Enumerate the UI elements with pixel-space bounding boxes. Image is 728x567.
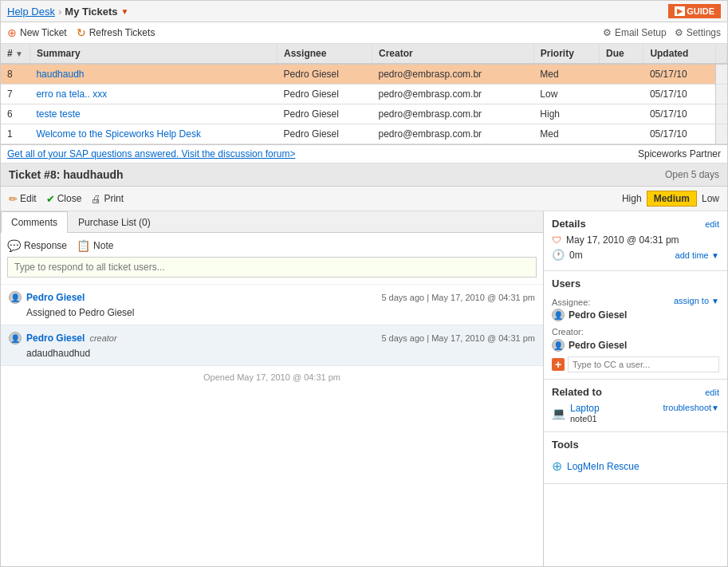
summary-link[interactable]: Welcome to the Spiceworks Help Desk xyxy=(36,128,201,140)
priority-high-button[interactable]: High xyxy=(622,193,642,204)
tools-section-header: Tools xyxy=(552,439,719,451)
comment-body: Assigned to Pedro Giesel xyxy=(26,307,535,318)
edit-button[interactable]: ✏ Edit xyxy=(9,193,37,205)
col-updated[interactable]: Updated xyxy=(643,44,716,64)
summary-link[interactable]: haudhaudh xyxy=(36,69,84,80)
guide-button[interactable]: ▶ GUIDE xyxy=(668,4,721,18)
comment-author-role: creator xyxy=(89,333,116,343)
comment-body: adaudhaudhud xyxy=(26,348,535,359)
comment-author: 👤 Pedro Giesel xyxy=(9,291,85,304)
assign-to-button[interactable]: assign to ▼ xyxy=(674,296,719,305)
new-ticket-label: New Ticket xyxy=(20,27,67,38)
list-item: 👤 Pedro Giesel 5 days ago | May 17, 2010… xyxy=(1,285,543,325)
table-row[interactable]: 8 haudhaudh Pedro Giesel pedro@embrasp.c… xyxy=(1,64,727,85)
creator-label: Creator: xyxy=(552,327,584,337)
col-number[interactable]: # ▼ xyxy=(1,44,30,64)
cell-due xyxy=(600,85,643,104)
troubleshoot-button[interactable]: troubleshoot ▼ xyxy=(663,403,719,412)
breadcrumb: Help Desk › My Tickets ▼ xyxy=(7,6,128,18)
shield-icon: 🛡 xyxy=(552,234,561,246)
priority-medium-button[interactable]: Medium xyxy=(647,191,697,207)
action-buttons: ✏ Edit ✔ Close 🖨 Print xyxy=(9,193,124,205)
assign-dropdown-icon: ▼ xyxy=(711,297,719,305)
col-due[interactable]: Due xyxy=(600,44,643,64)
clock-icon: 🕐 xyxy=(552,249,565,261)
cell-scroll xyxy=(716,104,727,124)
new-ticket-button[interactable]: ⊕ New Ticket xyxy=(7,26,67,39)
breadcrumb-separator: › xyxy=(58,6,61,18)
settings-button[interactable]: ⚙ Settings xyxy=(675,27,721,38)
ticket-table: # ▼ Summary Assignee Creator Priority Du… xyxy=(1,44,727,144)
comment-author-name[interactable]: Pedro Giesel xyxy=(26,333,85,344)
close-ticket-button[interactable]: ✔ Close xyxy=(46,193,82,205)
cell-summary: haudhaudh xyxy=(30,64,277,85)
cc-user-input[interactable] xyxy=(568,356,719,372)
ad-banner-link[interactable]: Get all of your SAP questions answered. … xyxy=(7,148,295,159)
table-row[interactable]: 6 teste teste Pedro Giesel pedro@embrasp… xyxy=(1,104,727,124)
list-item: 👤 Pedro Giesel creator 5 days ago | May … xyxy=(1,325,543,366)
response-icon: 💬 xyxy=(7,239,21,252)
toolbar-right: ⚙ Email Setup ⚙ Settings xyxy=(603,27,721,38)
cell-updated: 05/17/10 xyxy=(643,64,716,85)
print-icon: 🖨 xyxy=(91,193,101,205)
col-creator[interactable]: Creator xyxy=(372,44,534,64)
refresh-tickets-label: Refresh Tickets xyxy=(89,27,155,38)
breadcrumb-dropdown-icon[interactable]: ▼ xyxy=(121,7,129,16)
cell-assignee: Pedro Giesel xyxy=(277,85,372,104)
related-item-label: Laptop xyxy=(570,403,600,414)
refresh-tickets-button[interactable]: ↻ Refresh Tickets xyxy=(77,26,155,39)
priority-low-button[interactable]: Low xyxy=(702,193,719,204)
breadcrumb-parent[interactable]: Help Desk xyxy=(7,6,55,18)
creator-name-text: Pedro Giesel xyxy=(569,340,627,351)
comment-header: 👤 Pedro Giesel creator 5 days ago | May … xyxy=(9,332,535,345)
cell-summary: teste teste xyxy=(30,104,277,124)
avatar: 👤 xyxy=(9,332,22,345)
comment-input[interactable] xyxy=(7,257,537,278)
response-button[interactable]: 💬 Response xyxy=(7,239,67,252)
cc-add-button[interactable]: + xyxy=(552,358,565,371)
guide-label: GUIDE xyxy=(687,6,714,16)
toolbar: ⊕ New Ticket ↻ Refresh Tickets ⚙ Email S… xyxy=(1,22,727,44)
cell-id: 1 xyxy=(1,124,30,144)
assignee-name: 👤 Pedro Giesel xyxy=(552,309,719,321)
tools-section: Tools ⊕ LogMeIn Rescue xyxy=(544,432,727,484)
summary-link[interactable]: teste teste xyxy=(36,108,80,120)
cell-priority: Med xyxy=(533,64,599,85)
cell-assignee: Pedro Giesel xyxy=(277,64,372,85)
col-scrollbar xyxy=(716,44,727,64)
details-section: Details edit 🛡 May 17, 2010 @ 04:31 pm 🕐… xyxy=(544,211,727,271)
col-assignee[interactable]: Assignee xyxy=(277,44,372,64)
comment-meta: 5 days ago | May 17, 2010 @ 04:31 pm xyxy=(381,293,535,302)
summary-link[interactable]: erro na tela.. xxx xyxy=(36,89,107,100)
email-setup-gear-icon: ⚙ xyxy=(603,27,612,38)
partner-label: Spiceworks Partner xyxy=(638,148,721,159)
col-priority[interactable]: Priority xyxy=(533,44,599,64)
details-edit-button[interactable]: edit xyxy=(705,219,719,229)
note-button[interactable]: 📋 Note xyxy=(77,239,113,252)
cell-creator: pedro@embrasp.com.br xyxy=(372,85,534,104)
col-summary[interactable]: Summary xyxy=(30,44,277,64)
tab-comments[interactable]: Comments xyxy=(1,211,68,233)
toolbar-left: ⊕ New Ticket ↻ Refresh Tickets xyxy=(7,26,155,39)
add-time-button[interactable]: add time ▼ xyxy=(675,250,719,261)
comment-author-name[interactable]: Pedro Giesel xyxy=(26,292,85,303)
detail-date: May 17, 2010 @ 04:31 pm xyxy=(566,234,679,246)
cell-priority: Med xyxy=(533,124,599,144)
cell-priority: High xyxy=(533,104,599,124)
cell-scroll xyxy=(716,64,727,85)
table-row[interactable]: 7 erro na tela.. xxx Pedro Giesel pedro@… xyxy=(1,85,727,104)
related-to-edit-button[interactable]: edit xyxy=(705,388,719,397)
logmein-button[interactable]: LogMeIn Rescue xyxy=(567,461,639,472)
assign-to-label: assign to xyxy=(674,296,709,305)
email-setup-button[interactable]: ⚙ Email Setup xyxy=(603,27,667,38)
print-button[interactable]: 🖨 Print xyxy=(91,193,124,205)
cell-due xyxy=(600,124,643,144)
avatar: 👤 xyxy=(9,291,22,304)
tab-purchase-list[interactable]: Purchase List (0) xyxy=(68,211,161,233)
table-row[interactable]: 1 Welcome to the Spiceworks Help Desk Pe… xyxy=(1,124,727,144)
cell-updated: 05/17/10 xyxy=(643,124,716,144)
refresh-icon: ↻ xyxy=(77,26,86,39)
comment-author: 👤 Pedro Giesel creator xyxy=(9,332,117,345)
assignee-name-text: Pedro Giesel xyxy=(569,309,627,321)
cell-creator: pedro@embrasp.com.br xyxy=(372,124,534,144)
